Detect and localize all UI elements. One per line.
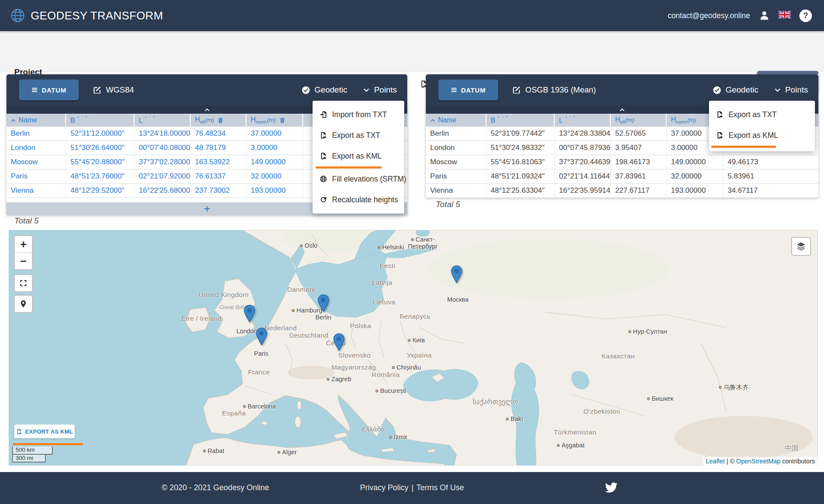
delete-column-icon[interactable] (217, 117, 224, 123)
menu-item-export-txt[interactable]: Export as TXT (709, 104, 815, 125)
brand: GEODESY TRANSFORM (0, 8, 163, 23)
menu-item-import-txt[interactable]: Import from TXT (313, 104, 404, 125)
target-geodetic-dropdown[interactable]: Geodetic (712, 85, 758, 95)
cell-hnorm[interactable]: 3.00000 (246, 141, 303, 155)
map-export-kml-button[interactable]: EXPORT AS KML (14, 424, 75, 438)
file-export-icon (716, 111, 724, 118)
cell-name[interactable]: Vienna (6, 184, 66, 198)
edit-icon (93, 86, 102, 95)
col-header-l[interactable]: L° ' " (134, 114, 191, 127)
layers-icon (796, 241, 806, 252)
cell-hell[interactable]: 48.78179 (191, 141, 246, 155)
chevron-up-icon (619, 107, 625, 113)
osm-link[interactable]: OpenStreetMap (736, 458, 780, 465)
cell-l[interactable]: 00°07'40.08000" (134, 141, 191, 155)
menu-item-export-kml[interactable]: Export as KML (313, 146, 404, 166)
cell-b: 48°12'25.63304" (486, 184, 555, 198)
cell-name[interactable]: Berlin (6, 127, 66, 141)
navbar: GEODESY TRANSFORM contact@geodesy.online… (0, 0, 824, 31)
delete-column-icon[interactable] (279, 117, 285, 123)
terms-of-use-link[interactable]: Terms Of Use (416, 483, 464, 492)
zoom-out-button[interactable]: − (15, 252, 32, 269)
col-header-name[interactable]: Name (6, 114, 66, 127)
col-header-hell[interactable]: Hell(m) (611, 114, 667, 127)
source-datum-button[interactable]: DATUM (19, 80, 79, 100)
target-total: Total 5 (436, 200, 460, 209)
cell-hnorm[interactable]: 37.00000 (246, 127, 303, 141)
twitter-icon[interactable] (605, 481, 618, 494)
layers-button[interactable] (791, 237, 811, 256)
help-icon[interactable]: ? (799, 10, 812, 22)
app-title: GEODESY TRANSFORM (31, 9, 163, 22)
cell-b[interactable]: 48°51'23.76000" (66, 169, 134, 184)
cell-hell[interactable]: 76.48234 (191, 127, 246, 141)
source-points-dropdown[interactable]: Points (363, 85, 397, 95)
col-header-l[interactable]: L° ' " (555, 114, 611, 127)
cell-b[interactable]: 52°31'12.00000" (66, 127, 134, 141)
cell-sep: 49.46173 (723, 155, 818, 169)
cell-l[interactable]: 13°24'18.00000" (134, 127, 191, 141)
cell-b[interactable]: 55°45'20.88000" (66, 155, 134, 169)
col-header-b[interactable]: B° ' " (66, 114, 134, 127)
menu-item-fill-elevations[interactable]: Fill elevations (SRTM) (313, 169, 404, 189)
cell-hell[interactable]: 237.73002 (191, 184, 246, 198)
chevron-down-icon (774, 86, 781, 94)
col-header-b[interactable]: B° ' " (486, 114, 555, 127)
cell-hell[interactable]: 76.61337 (191, 169, 246, 184)
account-email[interactable]: contact@geodesy.online (668, 11, 750, 20)
cell-name: Paris (426, 169, 486, 184)
cell-name: London (426, 141, 486, 155)
menu-item-recalculate-heights[interactable]: Recalculate heights (313, 189, 404, 210)
source-system-name[interactable]: WGS84 (93, 85, 134, 95)
file-export-icon (319, 152, 327, 160)
col-header-hnorm[interactable]: Hnorm(m) (246, 114, 303, 127)
zoom-in-button[interactable]: + (15, 236, 32, 252)
fullscreen-button[interactable] (14, 274, 33, 292)
cell-name[interactable]: Paris (6, 169, 66, 184)
menu-item-export-kml[interactable]: Export as KML (709, 125, 815, 146)
map-pin-icon (19, 300, 28, 308)
cell-l: 00°07'45.87936" (555, 141, 611, 155)
table-row: Vienna48°12'25.63304"16°22'35.95914"227.… (426, 184, 818, 198)
menu-item-export-txt[interactable]: Export as TXT (313, 125, 404, 146)
chevron-down-icon (363, 86, 370, 94)
cell-hnorm[interactable]: 32.00000 (246, 169, 303, 184)
cell-l[interactable]: 02°21'07.92000" (134, 169, 191, 184)
cell-l[interactable]: 16°22'25.68000" (134, 184, 191, 198)
table-row: Paris48°51'21.09324"02°21'14.11644"37.83… (426, 169, 818, 184)
leaflet-link[interactable]: Leaflet (706, 458, 725, 465)
cell-b[interactable]: 51°30'26.64000" (66, 141, 134, 155)
sort-asc-icon (430, 118, 435, 123)
target-datum-button[interactable]: DATUM (438, 80, 498, 100)
user-icon[interactable] (759, 10, 770, 21)
cell-hnorm[interactable]: 193.00000 (246, 184, 303, 198)
map-marker-moscow[interactable] (451, 265, 463, 285)
check-circle-icon (712, 86, 722, 95)
map-marker-berlin[interactable] (318, 294, 329, 314)
language-flag-icon[interactable] (779, 11, 791, 20)
file-export-icon (16, 428, 22, 435)
cell-name[interactable]: Moscow (6, 155, 66, 169)
cell-hnorm: 149.00000 (667, 155, 723, 169)
cell-hell: 198.46173 (611, 155, 667, 169)
locate-marker-button[interactable] (14, 295, 33, 313)
file-export-icon (319, 131, 327, 139)
col-header-hell[interactable]: Hell(m) (191, 114, 246, 127)
map-marker-london[interactable] (244, 305, 256, 324)
cell-hell[interactable]: 163.53922 (191, 155, 246, 169)
map-marker-vienna[interactable] (333, 333, 345, 353)
map-marker-paris[interactable] (256, 328, 268, 347)
cell-b[interactable]: 48°12'29.52000" (66, 184, 134, 198)
project-bar: Project My project New Settings Save Exp… (0, 31, 824, 72)
target-points-dropdown[interactable]: Points (774, 85, 808, 95)
table-row: Moscow55°45'16.81063"37°37'20.44639"198.… (426, 155, 818, 169)
source-geodetic-dropdown[interactable]: Geodetic (301, 85, 347, 95)
target-system-name[interactable]: OSGB 1936 (Mean) (512, 85, 596, 95)
privacy-policy-link[interactable]: Privacy Policy (360, 483, 409, 492)
cell-hnorm[interactable]: 149.00000 (246, 155, 303, 169)
cell-name[interactable]: London (6, 141, 66, 155)
cell-name: Vienna (426, 184, 486, 198)
cell-l[interactable]: 37°37'02.28000" (134, 155, 191, 169)
col-header-name[interactable]: Name (426, 114, 486, 127)
map[interactable]: OsloHelsinkiСанкт- ПетербургEestiLatvija… (9, 230, 818, 466)
